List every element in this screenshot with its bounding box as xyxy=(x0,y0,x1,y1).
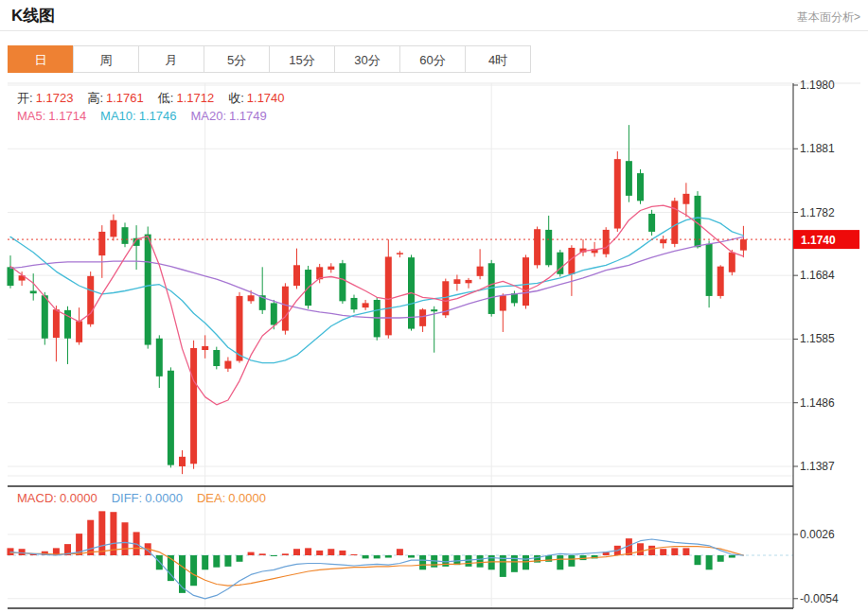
legend-label: DEA: xyxy=(197,491,225,505)
interval-tabbar: 日周月5分15分30分60分4时 xyxy=(8,45,531,73)
candle-body xyxy=(363,303,369,307)
candle-body xyxy=(706,244,713,296)
legend-item: MA5:1.1714 xyxy=(17,109,86,123)
candle-body xyxy=(293,265,300,286)
tab-interval-1[interactable]: 周 xyxy=(73,45,139,73)
legend-label: DIFF: xyxy=(112,491,143,505)
candle-body xyxy=(397,253,403,254)
macd-bar xyxy=(110,512,116,555)
macd-bar xyxy=(568,555,575,567)
legend-label: MACD: xyxy=(17,491,57,505)
candle-body xyxy=(740,239,747,251)
macd-bar xyxy=(729,555,735,558)
tab-interval-2[interactable]: 月 xyxy=(138,45,204,73)
macd-bar xyxy=(523,555,529,569)
candle-body xyxy=(477,267,484,276)
legend-value: 0.0000 xyxy=(145,491,183,505)
macd-bar xyxy=(648,546,655,555)
macd-bar xyxy=(397,549,403,555)
macd-bar xyxy=(351,554,358,555)
tab-interval-3[interactable]: 5分 xyxy=(204,45,270,73)
macd-bar xyxy=(374,555,381,558)
tab-interval-5[interactable]: 30分 xyxy=(334,45,400,73)
candle-body xyxy=(660,239,666,243)
candle-body xyxy=(717,267,724,296)
tab-interval-4[interactable]: 15分 xyxy=(269,45,335,73)
macd-bar xyxy=(339,551,345,555)
macd-bar xyxy=(237,555,243,562)
legend-label: 开: xyxy=(17,91,33,105)
macd-bar xyxy=(293,549,300,555)
candle-body xyxy=(145,235,151,345)
price-axis-label: 1.1585 xyxy=(800,332,835,345)
candle-body xyxy=(53,309,60,338)
candle-body xyxy=(614,159,621,228)
tab-interval-0[interactable]: 日 xyxy=(8,45,74,73)
candle-body xyxy=(729,253,735,272)
legend-label: 低: xyxy=(158,91,174,105)
candle-body xyxy=(271,303,277,324)
candle-body xyxy=(339,263,345,301)
fundamental-analysis-link[interactable]: 基本面分析> xyxy=(797,9,860,26)
price-axis-label: 1.1881 xyxy=(800,142,835,155)
ma-legend: MA5:1.1714MA10:1.1746MA20:1.1749 xyxy=(17,109,267,123)
candle-body xyxy=(534,229,540,265)
candle-body xyxy=(179,457,186,466)
candle-body xyxy=(76,321,82,342)
diff-line xyxy=(10,539,743,599)
macd-bar xyxy=(248,552,255,555)
macd-bar xyxy=(660,549,666,555)
tab-interval-6[interactable]: 60分 xyxy=(399,45,466,73)
candle-body xyxy=(42,295,48,339)
candle-body xyxy=(500,295,506,310)
macd-bar xyxy=(682,548,689,555)
legend-label: 收: xyxy=(228,91,244,105)
legend-label: MA20: xyxy=(190,109,226,123)
legend-label: MA5: xyxy=(17,109,45,123)
macd-bar xyxy=(122,522,129,555)
legend-value: 1.1749 xyxy=(229,109,267,123)
macd-bar xyxy=(671,548,678,555)
candle-body xyxy=(224,361,231,369)
macd-bar xyxy=(316,551,323,555)
candle-body xyxy=(626,161,632,196)
candle-body xyxy=(168,371,174,465)
macd-bar xyxy=(328,549,334,555)
dea-line xyxy=(10,547,743,587)
macd-bar xyxy=(282,553,289,555)
macd-bar xyxy=(477,555,484,568)
candle-body xyxy=(213,350,220,366)
legend-value: 1.1714 xyxy=(48,109,86,123)
tab-interval-7[interactable]: 4时 xyxy=(465,45,531,73)
candle-body xyxy=(282,287,289,331)
legend-item: MA20:1.1749 xyxy=(190,109,266,123)
legend-value: 1.1723 xyxy=(36,91,74,105)
candle-body xyxy=(87,276,94,324)
candle-body xyxy=(237,296,243,361)
candle-body xyxy=(385,256,392,335)
legend-item: MACD:0.0000 xyxy=(17,491,97,505)
candle-body xyxy=(122,227,129,244)
candle-body xyxy=(523,257,529,306)
legend-item: 高:1.1761 xyxy=(87,90,143,107)
candle-body xyxy=(648,214,655,232)
macd-bar xyxy=(271,555,277,556)
macd-bar xyxy=(385,555,392,558)
legend-value: 1.1761 xyxy=(106,91,144,105)
legend-item: 开:1.1723 xyxy=(17,90,73,107)
macd-bar xyxy=(202,555,208,569)
candle-body xyxy=(545,230,552,265)
macd-bar xyxy=(695,555,701,565)
page-header: K线图 基本面分析> xyxy=(0,0,868,31)
last-price-badge-label: 1.1740 xyxy=(801,234,836,247)
legend-item: 低:1.1712 xyxy=(158,90,214,107)
price-axis-label: 1.1782 xyxy=(800,206,835,219)
candle-body xyxy=(248,295,255,301)
legend-value: 0.0000 xyxy=(228,491,266,505)
legend-item: DEA:0.0000 xyxy=(197,491,266,505)
macd-bar xyxy=(419,555,426,569)
legend-item: DIFF:0.0000 xyxy=(112,491,183,505)
candle-body xyxy=(156,339,163,377)
macd-bar xyxy=(466,555,472,567)
macd-bar xyxy=(511,555,518,572)
